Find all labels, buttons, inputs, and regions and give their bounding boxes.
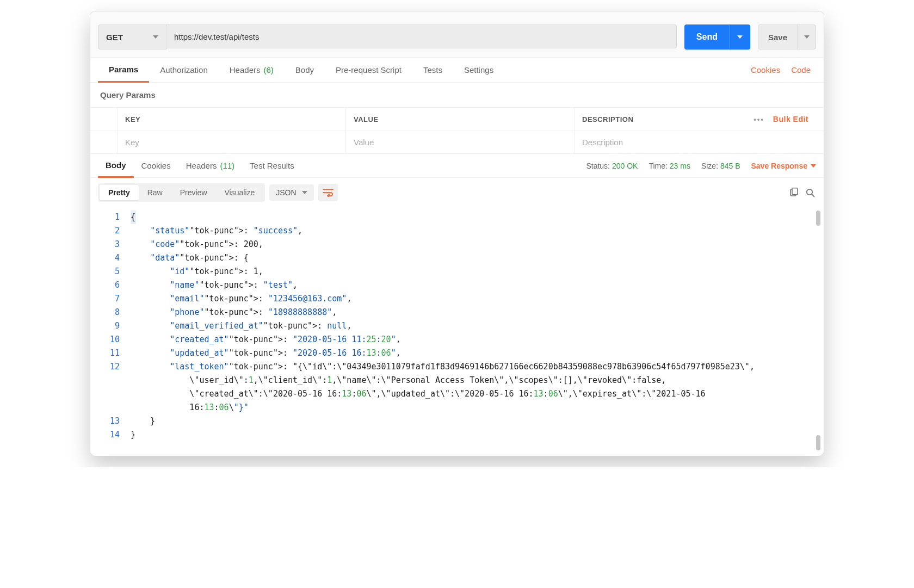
tab-tests[interactable]: Tests <box>412 58 453 82</box>
wrap-lines-button[interactable] <box>318 184 338 201</box>
cookies-link[interactable]: Cookies <box>745 65 786 75</box>
chevron-down-icon <box>302 191 307 194</box>
view-visualize[interactable]: Visualize <box>216 185 264 200</box>
url-text: https://dev.test/api/tests <box>174 32 259 41</box>
code-link[interactable]: Code <box>786 65 816 75</box>
copy-icon[interactable] <box>788 187 800 199</box>
qp-value-header: VALUE <box>346 108 575 131</box>
view-raw[interactable]: Raw <box>139 185 171 200</box>
tab-headers[interactable]: Headers (6) <box>219 58 285 82</box>
status-value: 200 OK <box>612 162 638 170</box>
send-button[interactable]: Send <box>684 24 750 49</box>
size-group: Size: 845 B <box>701 162 740 170</box>
postman-window: GET https://dev.test/api/tests Send Save… <box>90 11 824 456</box>
url-input[interactable]: https://dev.test/api/tests <box>166 24 677 48</box>
svg-rect-1 <box>792 188 798 195</box>
more-icon[interactable]: ••• <box>754 115 764 123</box>
time-value: 23 ms <box>670 162 690 170</box>
response-tabs: Body Cookies Headers (11) Test Results S… <box>90 154 824 178</box>
tab-settings[interactable]: Settings <box>453 58 504 82</box>
size-label: Size: <box>701 162 718 170</box>
tab-params-label: Params <box>109 65 138 74</box>
resp-tab-headers-count: (11) <box>220 161 234 170</box>
request-tabs: Params Authorization Headers (6) Body Pr… <box>90 58 824 83</box>
view-preview[interactable]: Preview <box>171 185 216 200</box>
status-group: Status: 200 OK <box>586 162 638 170</box>
http-method-select[interactable]: GET <box>98 24 166 49</box>
tab-authorization[interactable]: Authorization <box>149 58 219 82</box>
save-response-button[interactable]: Save Response <box>751 162 817 170</box>
tab-body-label: Body <box>295 65 314 75</box>
line-gutter: 123456789101112...1314 <box>90 207 128 445</box>
send-button-label[interactable]: Send <box>684 25 730 49</box>
resp-tab-body-label: Body <box>106 160 126 170</box>
tab-body[interactable]: Body <box>285 58 325 82</box>
request-bar: GET https://dev.test/api/tests Send Save <box>90 17 824 58</box>
resp-tab-test-results[interactable]: Test Results <box>242 154 302 177</box>
qp-description-header: DESCRIPTION <box>582 115 633 123</box>
svg-line-3 <box>812 194 814 197</box>
tab-params[interactable]: Params <box>98 58 149 83</box>
tab-headers-count: (6) <box>263 65 273 75</box>
query-params-table: KEY VALUE DESCRIPTION ••• Bulk Edit Key … <box>90 107 824 154</box>
qp-header-actions: ••• Bulk Edit <box>740 115 816 123</box>
method-url-group: GET https://dev.test/api/tests <box>98 24 677 49</box>
qp-handle-col <box>90 108 118 131</box>
tab-tests-label: Tests <box>423 65 442 75</box>
response-body-code[interactable]: 123456789101112...1314 { "status""tok-pu… <box>90 207 824 456</box>
view-mode-group: Pretty Raw Preview Visualize <box>98 183 265 202</box>
scrollbar-thumb[interactable] <box>816 435 820 450</box>
wrap-icon <box>323 188 334 197</box>
format-select[interactable]: JSON <box>269 184 313 201</box>
status-label: Status: <box>586 162 610 170</box>
save-button-dropdown[interactable] <box>797 25 816 49</box>
tab-authorization-label: Authorization <box>160 65 208 75</box>
resp-tab-body[interactable]: Body <box>98 154 134 178</box>
response-status-block: Status: 200 OK Time: 23 ms Size: 845 B S… <box>302 162 816 170</box>
resp-tab-headers[interactable]: Headers (11) <box>178 154 242 177</box>
time-group: Time: 23 ms <box>649 162 690 170</box>
chevron-down-icon <box>804 35 810 39</box>
resp-tab-cookies[interactable]: Cookies <box>134 154 178 177</box>
tab-prerequest[interactable]: Pre-request Script <box>325 58 412 82</box>
chevron-down-icon <box>811 164 816 168</box>
view-pretty[interactable]: Pretty <box>100 185 139 200</box>
qp-handle <box>90 131 118 153</box>
query-params-title: Query Params <box>90 83 824 107</box>
resp-tab-test-results-label: Test Results <box>250 161 294 170</box>
qp-description-input[interactable]: Description <box>575 131 824 153</box>
chevron-down-icon <box>737 35 743 39</box>
save-button[interactable]: Save <box>758 24 816 49</box>
qp-value-input[interactable]: Value <box>346 131 575 153</box>
send-button-dropdown[interactable] <box>730 25 750 49</box>
save-response-label: Save Response <box>751 162 808 170</box>
query-params-input-row: Key Value Description <box>90 131 824 153</box>
save-button-label[interactable]: Save <box>758 25 797 49</box>
bulk-edit-link[interactable]: Bulk Edit <box>773 115 808 123</box>
format-label: JSON <box>276 188 296 197</box>
query-params-header-row: KEY VALUE DESCRIPTION ••• Bulk Edit <box>90 108 824 131</box>
top-padding <box>90 11 824 17</box>
resp-tab-cookies-label: Cookies <box>141 161 171 170</box>
qp-key-input[interactable]: Key <box>118 131 346 153</box>
code-content: { "status""tok-punc">: "success", "code"… <box>128 207 824 445</box>
qp-key-header: KEY <box>118 108 346 131</box>
resp-tab-headers-label: Headers <box>186 161 217 170</box>
tab-settings-label: Settings <box>464 65 493 75</box>
search-icon[interactable] <box>804 187 816 199</box>
tab-headers-label: Headers <box>230 65 261 75</box>
time-label: Time: <box>649 162 667 170</box>
scrollbar-thumb[interactable] <box>816 211 820 226</box>
size-value: 845 B <box>720 162 740 170</box>
qp-desc-header-cell: DESCRIPTION ••• Bulk Edit <box>575 108 824 131</box>
response-toolbar: Pretty Raw Preview Visualize JSON <box>90 178 824 207</box>
http-method-label: GET <box>106 33 123 42</box>
tab-prerequest-label: Pre-request Script <box>336 65 402 75</box>
chevron-down-icon <box>153 35 158 39</box>
